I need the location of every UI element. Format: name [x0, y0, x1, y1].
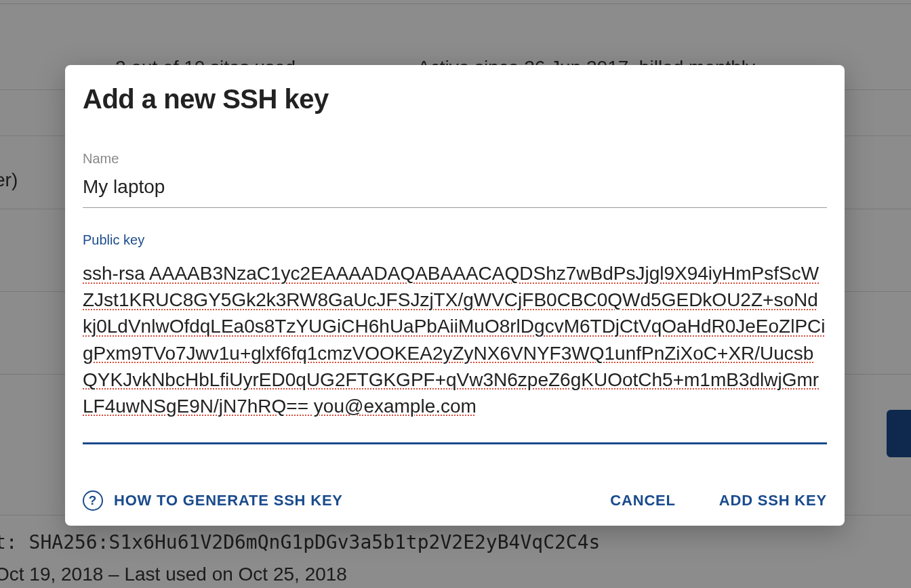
- name-input[interactable]: [83, 176, 827, 208]
- add-ssh-key-dialog: Add a new SSH key Name Public key ssh-rs…: [65, 65, 845, 526]
- help-link-label: HOW TO GENERATE SSH KEY: [114, 492, 343, 509]
- name-field-group: Name: [83, 151, 827, 208]
- public-key-field-group: Public key ssh-rsa AAAAB3NzaC1yc2EAAAADA…: [83, 232, 827, 447]
- add-ssh-key-button[interactable]: ADD SSH KEY: [719, 492, 827, 509]
- public-key-input[interactable]: ssh-rsa AAAAB3NzaC1yc2EAAAADAQABAAACAQDS…: [83, 260, 827, 444]
- cancel-button[interactable]: CANCEL: [610, 492, 675, 509]
- dialog-actions: ? HOW TO GENERATE SSH KEY CANCEL ADD SSH…: [83, 490, 827, 511]
- dialog-title: Add a new SSH key: [83, 84, 827, 114]
- how-to-generate-link[interactable]: ? HOW TO GENERATE SSH KEY: [83, 490, 343, 511]
- name-label: Name: [83, 151, 827, 167]
- right-actions: CANCEL ADD SSH KEY: [610, 492, 827, 509]
- help-icon: ?: [83, 490, 103, 511]
- public-key-label: Public key: [83, 232, 827, 248]
